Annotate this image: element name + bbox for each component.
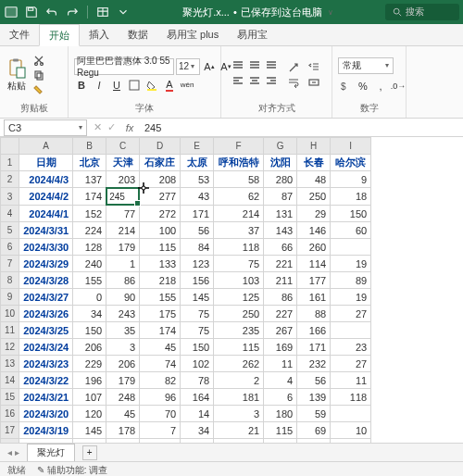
data-cell[interactable]: 75 [181,306,214,322]
data-cell[interactable]: 146 [297,222,331,239]
header-cell[interactable]: 石家庄 [140,155,181,171]
font-name-select[interactable]: 阿里巴巴普惠体 3.0 55 Regu [74,58,174,75]
data-cell[interactable]: 214 [106,222,140,239]
date-cell[interactable]: 2024/3/21 [19,389,73,406]
table-icon[interactable] [95,5,110,19]
header-cell[interactable]: 呼和浩特 [214,155,264,171]
data-cell[interactable]: 178 [106,422,140,439]
data-cell[interactable]: 203 [106,171,140,188]
data-cell[interactable] [331,406,371,422]
data-cell[interactable]: 75 [181,322,214,339]
row-header[interactable]: 1 [1,155,19,171]
data-cell[interactable]: 224 [73,222,106,239]
data-cell[interactable]: 179 [106,372,140,389]
data-cell[interactable]: 6 [264,389,297,406]
data-cell[interactable]: 279 [297,439,331,444]
row-header[interactable]: 16 [1,406,19,422]
data-cell[interactable]: 11 [331,372,371,389]
row-header[interactable]: 12 [1,339,19,356]
data-cell[interactable]: 9 [331,171,371,188]
data-cell[interactable]: 23 [331,339,371,356]
row-header[interactable]: 7 [1,256,19,272]
col-header[interactable]: E [181,138,214,155]
search-box[interactable]: 搜索 [385,4,459,20]
data-cell[interactable]: 211 [264,272,297,289]
data-cell[interactable]: 139 [297,389,331,406]
data-cell[interactable]: 88 [297,306,331,322]
data-cell[interactable]: 78 [214,439,264,444]
data-cell[interactable] [331,439,371,444]
data-cell[interactable]: 59 [297,406,331,422]
increase-decimal-icon[interactable]: .0→ [391,79,406,94]
tab-1[interactable]: 开始 [39,24,80,46]
date-cell[interactable]: 2024/3/24 [19,339,73,356]
date-cell[interactable]: 2024/4/2 [19,188,73,206]
orientation-icon[interactable] [286,61,301,74]
data-cell[interactable]: 171 [181,206,214,222]
data-cell[interactable]: 34 [73,306,106,322]
data-cell[interactable]: 196 [73,372,106,389]
wrap-text-icon[interactable] [286,76,301,89]
data-cell[interactable]: 145 [73,422,106,439]
italic-button[interactable]: I [92,78,106,93]
tab-5[interactable]: 易用宝 [228,23,277,45]
data-cell[interactable]: 34 [181,422,214,439]
row-header[interactable]: 17 [1,422,19,439]
data-cell[interactable]: 89 [73,439,106,444]
data-cell[interactable]: 133 [140,256,181,272]
data-cell[interactable]: 152 [73,206,106,222]
data-cell[interactable]: 169 [264,339,297,356]
data-cell[interactable]: 232 [297,356,331,372]
col-header[interactable]: B [73,138,106,155]
header-cell[interactable]: 日期 [19,155,73,171]
data-cell[interactable]: 174 [73,188,106,206]
row-header[interactable]: 18 [1,439,19,444]
data-cell[interactable]: 145 [181,289,214,306]
row-header[interactable]: 14 [1,372,19,389]
data-cell[interactable]: 66 [264,239,297,256]
date-cell[interactable]: 2024/4/1 [19,206,73,222]
chevron-down-icon[interactable] [116,5,131,19]
data-cell[interactable]: 150 [181,339,214,356]
data-cell[interactable]: 18 [331,188,371,206]
number-format-select[interactable]: 常规▾ [338,57,394,74]
grid[interactable]: ABCDEFGHI1日期北京天津石家庄太原呼和浩特沈阳长春哈尔滨22024/4/… [0,137,463,443]
data-cell[interactable]: 86 [264,289,297,306]
name-box[interactable]: C3▾ [4,119,87,136]
col-header[interactable]: I [331,138,371,155]
data-cell[interactable]: 156 [181,272,214,289]
header-cell[interactable]: 沈阳 [264,155,297,171]
row-header[interactable]: 15 [1,389,19,406]
underline-button[interactable]: U [109,78,124,93]
border-button[interactable] [127,78,142,93]
tab-4[interactable]: 易用宝 plus [157,23,228,45]
data-cell[interactable]: 272 [140,206,181,222]
data-cell[interactable]: 171 [297,339,331,356]
data-cell[interactable]: 35 [106,322,140,339]
copy-icon[interactable] [31,69,46,81]
data-cell[interactable]: 11 [264,356,297,372]
enter-icon[interactable]: ✓ [105,121,119,133]
data-cell[interactable]: 1 [106,256,140,272]
comma-button[interactable]: , [373,79,388,94]
data-cell[interactable]: 90 [106,289,140,306]
data-cell[interactable]: 87 [264,188,297,206]
data-cell[interactable]: 10 [331,422,371,439]
data-cell[interactable]: 69 [297,422,331,439]
date-cell[interactable]: 2024/3/26 [19,306,73,322]
data-cell[interactable]: 74 [140,356,181,372]
header-cell[interactable]: 太原 [181,155,214,171]
data-cell[interactable]: 88 [106,439,140,444]
data-cell[interactable]: 150 [331,206,371,222]
data-cell[interactable]: 45 [106,406,140,422]
data-cell[interactable]: 3 [106,339,140,356]
data-cell[interactable]: 131 [264,206,297,222]
row-header[interactable]: 13 [1,356,19,372]
data-cell[interactable]: 250 [297,188,331,206]
data-cell[interactable]: 235 [214,322,264,339]
paste-button[interactable]: 粘贴 [6,56,28,94]
data-cell[interactable]: 0 [73,289,106,306]
data-cell[interactable]: 155 [140,289,181,306]
data-cell[interactable]: 118 [214,239,264,256]
data-cell[interactable]: 89 [331,272,371,289]
